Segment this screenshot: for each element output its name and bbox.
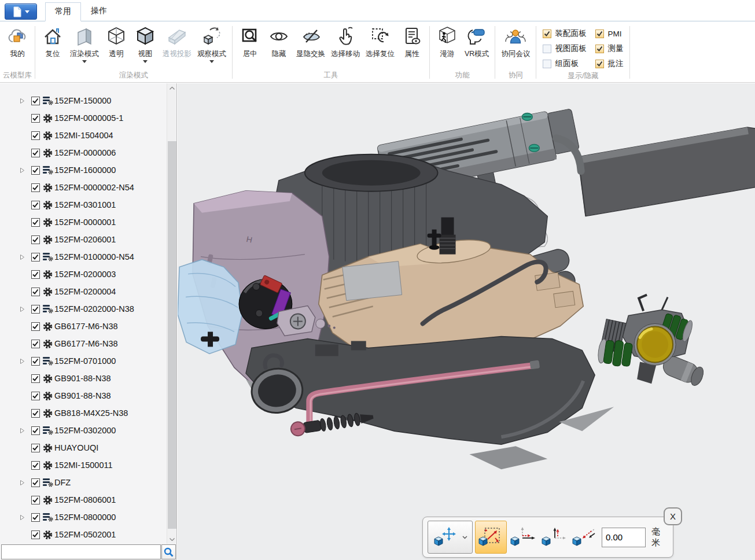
tree-item[interactable]: 152FM-0200004 (0, 283, 167, 300)
visibility-swap-button[interactable]: 显隐交换 (293, 23, 328, 59)
expand-arrow-icon[interactable] (20, 358, 31, 364)
tab-common[interactable]: 常用 (45, 2, 81, 21)
tree-item[interactable]: 152FM-0206001 (0, 231, 167, 248)
tree-item[interactable]: GB901-88-N38 (0, 387, 167, 404)
panel-toggle-4[interactable]: 测量 (595, 41, 623, 56)
tree-checkbox[interactable] (31, 392, 41, 400)
tree-checkbox[interactable] (31, 131, 41, 140)
tree-checkbox[interactable] (31, 426, 41, 435)
tree-checkbox[interactable] (31, 166, 41, 175)
tree-checkbox[interactable] (31, 288, 41, 296)
translate-tool-button[interactable] (428, 521, 473, 554)
vr-mode-button[interactable]: VR模式 (462, 23, 492, 59)
meeting-button[interactable]: 协同会议 (498, 23, 533, 59)
tree-item[interactable]: 152FM-0302000 (0, 422, 167, 439)
checkbox-icon[interactable] (543, 30, 551, 38)
checkbox-icon[interactable] (595, 60, 604, 68)
tree-scrollbar[interactable] (167, 83, 176, 544)
plate-part[interactable] (342, 261, 402, 301)
tree-item[interactable]: 152FM-0806001 (0, 491, 167, 509)
scroll-up-icon[interactable] (167, 83, 176, 93)
tree-checkbox[interactable] (31, 530, 41, 539)
transparent-button[interactable]: 透明 (102, 23, 131, 59)
tree-item[interactable]: 152MI-1504004 (0, 127, 167, 144)
checkbox-icon[interactable] (543, 45, 551, 53)
panel-toggle-5[interactable]: 批注 (595, 56, 623, 71)
tree-item[interactable]: HUAYOUQI (0, 439, 167, 456)
panel-toggle-1[interactable]: 视图面板 (543, 41, 586, 56)
tree-item[interactable]: 152FM-150000 (0, 92, 167, 109)
tree-item[interactable]: 152FM-0000001 (0, 213, 167, 231)
search-input[interactable] (1, 544, 161, 559)
expand-arrow-icon[interactable] (20, 254, 31, 260)
expand-arrow-icon[interactable] (20, 428, 31, 434)
3d-viewport[interactable]: H (178, 83, 755, 560)
tree-checkbox[interactable] (31, 183, 41, 192)
axis-z-tool-button[interactable] (571, 521, 599, 554)
tree-checkbox[interactable] (31, 444, 41, 452)
tree-checkbox[interactable] (31, 461, 41, 470)
expand-arrow-icon[interactable] (20, 514, 31, 521)
tree-checkbox[interactable] (31, 218, 41, 227)
tree-item[interactable]: GB901-88-N38 (0, 370, 167, 387)
expand-arrow-icon[interactable] (20, 480, 31, 486)
tree-item[interactable]: GB6177-M6-N38 (0, 335, 167, 352)
free-drag-tool-button[interactable] (475, 521, 507, 554)
tree-checkbox[interactable] (31, 235, 41, 244)
tree-checkbox[interactable] (31, 305, 41, 314)
hide-button[interactable]: 隐藏 (264, 23, 293, 59)
tree-checkbox[interactable] (31, 253, 41, 261)
walkthrough-button[interactable]: 漫游 (433, 23, 462, 59)
axis-x-tool-button[interactable] (509, 521, 537, 554)
tree-checkbox[interactable] (31, 97, 41, 105)
tree-checkbox[interactable] (31, 496, 41, 504)
tree-checkbox[interactable] (31, 409, 41, 418)
expand-arrow-icon[interactable] (20, 306, 31, 312)
tree-checkbox[interactable] (31, 340, 41, 348)
tree-item[interactable]: GB818-M4X25-N38 (0, 404, 167, 422)
render-mode-button[interactable]: 渲染模式 (67, 23, 102, 63)
observe-mode-button[interactable]: 观察模式 (194, 23, 229, 63)
tree-checkbox[interactable] (31, 513, 41, 522)
3d-viewport-scene[interactable]: H (178, 83, 755, 560)
tree-item[interactable]: 152FM-0100000-N54 (0, 248, 167, 266)
scrollbar-thumb[interactable] (168, 141, 176, 529)
checkbox-icon[interactable] (595, 45, 604, 53)
panel-toggle-0[interactable]: 装配面板 (543, 26, 586, 41)
tree-checkbox[interactable] (31, 270, 41, 279)
toolbar-close-button[interactable]: X (664, 507, 682, 525)
tree-item[interactable]: GB6177-M6-N38 (0, 318, 167, 335)
tree-checkbox[interactable] (31, 114, 41, 123)
tree-item[interactable]: 152FM-0000006 (0, 144, 167, 161)
checkbox-icon[interactable] (543, 60, 551, 68)
expand-arrow-icon[interactable] (20, 167, 31, 174)
view-button[interactable]: 视图 (131, 23, 160, 63)
tab-operation[interactable]: 操作 (81, 2, 117, 21)
my-models-button[interactable]: 我的 (3, 23, 32, 59)
select-reset-button[interactable]: 选择复位 (363, 23, 397, 59)
tree-checkbox[interactable] (31, 478, 41, 487)
tree-item[interactable]: 152FM-1600000 (0, 161, 167, 179)
expand-arrow-icon[interactable] (20, 98, 31, 104)
tree-checkbox[interactable] (31, 374, 41, 383)
select-move-button[interactable]: 选择移动 (328, 23, 363, 59)
axis-y-tool-button[interactable] (540, 521, 568, 554)
panel-toggle-3[interactable]: PMI (595, 26, 623, 41)
search-button[interactable] (161, 544, 176, 559)
properties-button[interactable]: 属性 (397, 23, 426, 59)
center-button[interactable]: 居中 (235, 23, 264, 59)
app-menu-button[interactable] (5, 3, 37, 20)
tree-item[interactable]: 152FM-0701000 (0, 352, 167, 370)
tree-item[interactable]: 152FM-0000005-1 (0, 109, 167, 127)
tree-item[interactable]: DFZ (0, 474, 167, 491)
reset-view-button[interactable]: 复位 (38, 23, 67, 59)
tree-checkbox[interactable] (31, 357, 41, 366)
tree-checkbox[interactable] (31, 149, 41, 157)
tree-item[interactable]: 152FM-0202000-N38 (0, 300, 167, 318)
scroll-down-icon[interactable] (167, 535, 176, 544)
tree-item[interactable]: 152MI-1500011 (0, 456, 167, 474)
tree-item[interactable]: 152FM-0301001 (0, 196, 167, 213)
checkbox-icon[interactable] (595, 30, 604, 38)
panel-toggle-2[interactable]: 组面板 (543, 56, 586, 71)
distance-input[interactable] (602, 528, 646, 547)
